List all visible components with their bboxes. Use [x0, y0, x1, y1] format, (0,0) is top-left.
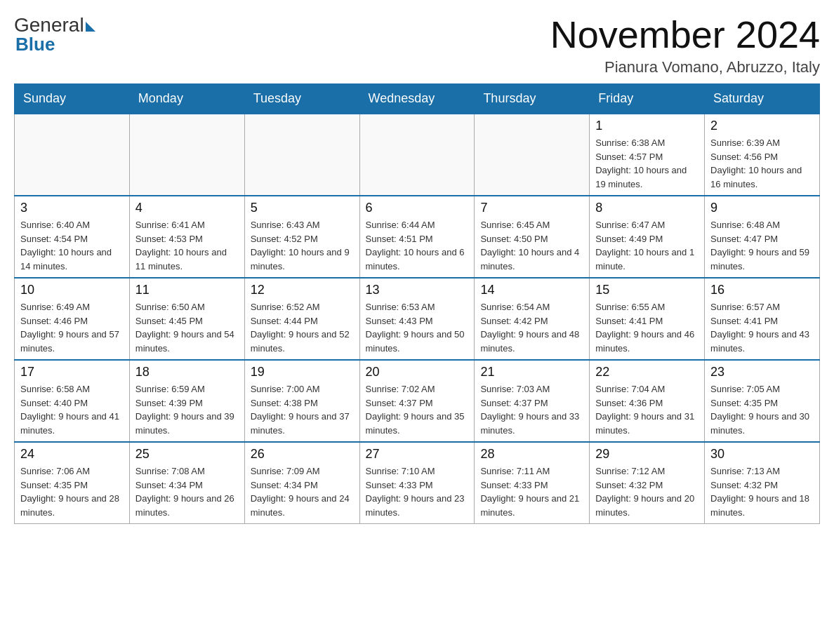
calendar-cell: 12Sunrise: 6:52 AM Sunset: 4:44 PM Dayli… — [244, 278, 359, 360]
day-number: 22 — [595, 365, 699, 380]
calendar-cell — [359, 114, 475, 196]
calendar-cell — [475, 114, 590, 196]
month-title: November 2024 — [550, 14, 820, 55]
calendar-cell: 24Sunrise: 7:06 AM Sunset: 4:35 PM Dayli… — [15, 442, 130, 524]
day-info: Sunrise: 6:54 AM Sunset: 4:42 PM Dayligh… — [480, 300, 583, 355]
day-number: 6 — [366, 201, 469, 215]
day-number: 1 — [595, 119, 699, 133]
calendar-cell: 14Sunrise: 6:54 AM Sunset: 4:42 PM Dayli… — [475, 278, 590, 360]
day-info: Sunrise: 7:08 AM Sunset: 4:34 PM Dayligh… — [135, 464, 239, 519]
day-info: Sunrise: 7:00 AM Sunset: 4:38 PM Dayligh… — [251, 382, 354, 437]
day-info: Sunrise: 6:50 AM Sunset: 4:45 PM Dayligh… — [135, 300, 239, 355]
day-info: Sunrise: 7:12 AM Sunset: 4:32 PM Dayligh… — [595, 464, 699, 519]
day-number: 9 — [710, 201, 814, 215]
calendar-cell: 28Sunrise: 7:11 AM Sunset: 4:33 PM Dayli… — [475, 442, 590, 524]
calendar-cell: 10Sunrise: 6:49 AM Sunset: 4:46 PM Dayli… — [15, 278, 130, 360]
week-row-1: 1Sunrise: 6:38 AM Sunset: 4:57 PM Daylig… — [15, 114, 820, 196]
title-section: November 2024 Pianura Vomano, Abruzzo, I… — [550, 14, 820, 76]
day-info: Sunrise: 7:13 AM Sunset: 4:32 PM Dayligh… — [710, 464, 814, 519]
calendar-cell — [129, 114, 244, 196]
day-number: 8 — [595, 201, 699, 215]
page-header: General Blue November 2024 Pianura Voman… — [14, 14, 820, 76]
day-number: 21 — [480, 365, 583, 380]
logo: General Blue — [14, 14, 95, 55]
day-number: 26 — [251, 447, 354, 462]
calendar-cell: 11Sunrise: 6:50 AM Sunset: 4:45 PM Dayli… — [129, 278, 244, 360]
day-number: 3 — [20, 201, 124, 215]
calendar-cell: 19Sunrise: 7:00 AM Sunset: 4:38 PM Dayli… — [244, 360, 359, 442]
calendar-header-monday: Monday — [129, 84, 244, 114]
day-info: Sunrise: 7:06 AM Sunset: 4:35 PM Dayligh… — [20, 464, 124, 519]
day-number: 20 — [366, 365, 469, 380]
day-info: Sunrise: 6:48 AM Sunset: 4:47 PM Dayligh… — [710, 218, 814, 273]
day-number: 12 — [251, 283, 354, 297]
calendar-header-saturday: Saturday — [705, 84, 820, 114]
calendar-cell: 25Sunrise: 7:08 AM Sunset: 4:34 PM Dayli… — [129, 442, 244, 524]
day-info: Sunrise: 6:52 AM Sunset: 4:44 PM Dayligh… — [251, 300, 354, 355]
calendar-cell: 20Sunrise: 7:02 AM Sunset: 4:37 PM Dayli… — [359, 360, 475, 442]
day-info: Sunrise: 6:43 AM Sunset: 4:52 PM Dayligh… — [251, 218, 354, 273]
week-row-5: 24Sunrise: 7:06 AM Sunset: 4:35 PM Dayli… — [15, 442, 820, 524]
calendar-cell: 4Sunrise: 6:41 AM Sunset: 4:53 PM Daylig… — [129, 196, 244, 278]
calendar-cell: 26Sunrise: 7:09 AM Sunset: 4:34 PM Dayli… — [244, 442, 359, 524]
day-number: 27 — [366, 447, 469, 462]
day-info: Sunrise: 6:38 AM Sunset: 4:57 PM Dayligh… — [595, 136, 699, 191]
logo-blue: Blue — [14, 34, 95, 55]
calendar-cell — [15, 114, 130, 196]
calendar-cell: 6Sunrise: 6:44 AM Sunset: 4:51 PM Daylig… — [359, 196, 475, 278]
calendar-cell: 22Sunrise: 7:04 AM Sunset: 4:36 PM Dayli… — [590, 360, 705, 442]
calendar-cell: 23Sunrise: 7:05 AM Sunset: 4:35 PM Dayli… — [705, 360, 820, 442]
calendar-header-sunday: Sunday — [15, 84, 130, 114]
calendar-cell: 16Sunrise: 6:57 AM Sunset: 4:41 PM Dayli… — [705, 278, 820, 360]
day-info: Sunrise: 6:53 AM Sunset: 4:43 PM Dayligh… — [366, 300, 469, 355]
day-info: Sunrise: 6:58 AM Sunset: 4:40 PM Dayligh… — [20, 382, 124, 437]
day-info: Sunrise: 6:45 AM Sunset: 4:50 PM Dayligh… — [480, 218, 583, 273]
calendar-cell: 29Sunrise: 7:12 AM Sunset: 4:32 PM Dayli… — [590, 442, 705, 524]
day-number: 19 — [251, 365, 354, 380]
day-number: 28 — [480, 447, 583, 462]
calendar-cell: 5Sunrise: 6:43 AM Sunset: 4:52 PM Daylig… — [244, 196, 359, 278]
week-row-3: 10Sunrise: 6:49 AM Sunset: 4:46 PM Dayli… — [15, 278, 820, 360]
day-number: 15 — [595, 283, 699, 297]
day-number: 25 — [135, 447, 239, 462]
day-info: Sunrise: 6:39 AM Sunset: 4:56 PM Dayligh… — [710, 136, 814, 191]
calendar-cell: 18Sunrise: 6:59 AM Sunset: 4:39 PM Dayli… — [129, 360, 244, 442]
day-number: 30 — [710, 447, 814, 462]
calendar-cell: 8Sunrise: 6:47 AM Sunset: 4:49 PM Daylig… — [590, 196, 705, 278]
day-info: Sunrise: 6:41 AM Sunset: 4:53 PM Dayligh… — [135, 218, 239, 273]
calendar-cell: 21Sunrise: 7:03 AM Sunset: 4:37 PM Dayli… — [475, 360, 590, 442]
day-number: 5 — [251, 201, 354, 215]
day-number: 23 — [710, 365, 814, 380]
calendar-cell: 30Sunrise: 7:13 AM Sunset: 4:32 PM Dayli… — [705, 442, 820, 524]
day-number: 16 — [710, 283, 814, 297]
week-row-4: 17Sunrise: 6:58 AM Sunset: 4:40 PM Dayli… — [15, 360, 820, 442]
calendar-header-wednesday: Wednesday — [359, 84, 475, 114]
day-number: 13 — [366, 283, 469, 297]
day-info: Sunrise: 6:57 AM Sunset: 4:41 PM Dayligh… — [710, 300, 814, 355]
day-info: Sunrise: 7:09 AM Sunset: 4:34 PM Dayligh… — [251, 464, 354, 519]
day-number: 10 — [20, 283, 124, 297]
week-row-2: 3Sunrise: 6:40 AM Sunset: 4:54 PM Daylig… — [15, 196, 820, 278]
day-number: 17 — [20, 365, 124, 380]
calendar-cell: 2Sunrise: 6:39 AM Sunset: 4:56 PM Daylig… — [705, 114, 820, 196]
calendar-cell: 3Sunrise: 6:40 AM Sunset: 4:54 PM Daylig… — [15, 196, 130, 278]
calendar-header-thursday: Thursday — [475, 84, 590, 114]
calendar-header-row: SundayMondayTuesdayWednesdayThursdayFrid… — [15, 84, 820, 114]
calendar-cell: 27Sunrise: 7:10 AM Sunset: 4:33 PM Dayli… — [359, 442, 475, 524]
day-number: 29 — [595, 447, 699, 462]
day-info: Sunrise: 6:40 AM Sunset: 4:54 PM Dayligh… — [20, 218, 124, 273]
day-info: Sunrise: 6:47 AM Sunset: 4:49 PM Dayligh… — [595, 218, 699, 273]
calendar-cell — [244, 114, 359, 196]
calendar-cell: 15Sunrise: 6:55 AM Sunset: 4:41 PM Dayli… — [590, 278, 705, 360]
day-info: Sunrise: 7:05 AM Sunset: 4:35 PM Dayligh… — [710, 382, 814, 437]
day-number: 18 — [135, 365, 239, 380]
calendar-header-tuesday: Tuesday — [244, 84, 359, 114]
day-info: Sunrise: 7:03 AM Sunset: 4:37 PM Dayligh… — [480, 382, 583, 437]
calendar-cell: 17Sunrise: 6:58 AM Sunset: 4:40 PM Dayli… — [15, 360, 130, 442]
day-number: 7 — [480, 201, 583, 215]
day-info: Sunrise: 6:55 AM Sunset: 4:41 PM Dayligh… — [595, 300, 699, 355]
day-number: 4 — [135, 201, 239, 215]
day-number: 11 — [135, 283, 239, 297]
calendar-cell: 9Sunrise: 6:48 AM Sunset: 4:47 PM Daylig… — [705, 196, 820, 278]
calendar-cell: 1Sunrise: 6:38 AM Sunset: 4:57 PM Daylig… — [590, 114, 705, 196]
